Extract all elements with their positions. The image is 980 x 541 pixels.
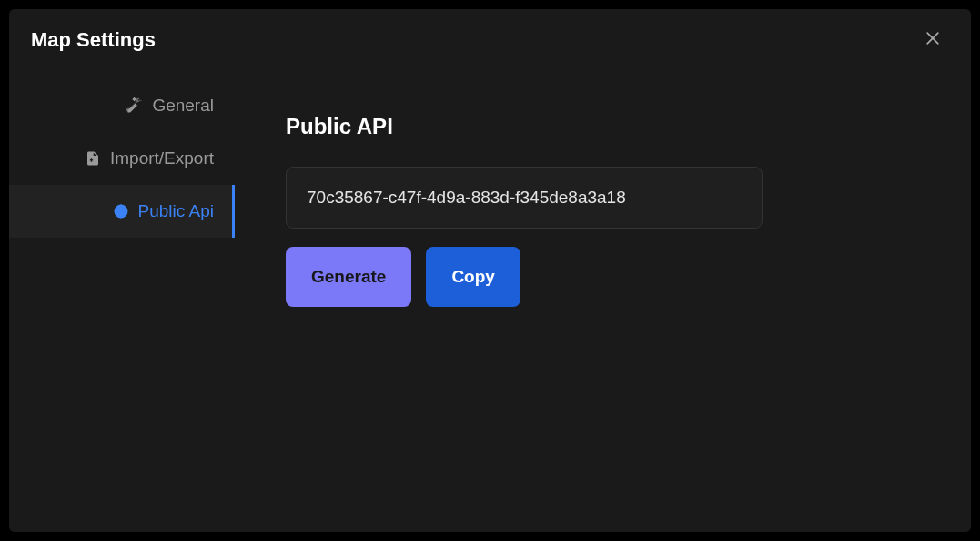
generate-button[interactable]: Generate: [286, 247, 411, 307]
sidebar-item-general[interactable]: General: [9, 79, 235, 132]
modal-title: Map Settings: [31, 28, 156, 52]
wrench-icon: [126, 97, 143, 114]
sidebar-item-label: Public Api: [138, 201, 214, 221]
api-key-field[interactable]: 70c35867-c47f-4d9a-883d-f345de8a3a18: [286, 167, 763, 229]
copy-button[interactable]: Copy: [426, 247, 520, 307]
sidebar-item-label: General: [152, 96, 214, 116]
close-button[interactable]: [920, 26, 945, 54]
section-title: Public API: [286, 114, 920, 139]
modal-body: General Import/Export Pu: [9, 70, 971, 532]
close-icon: [924, 29, 942, 50]
sidebar: General Import/Export Pu: [9, 70, 235, 532]
sidebar-item-public-api[interactable]: Public Api: [9, 185, 235, 238]
content-panel: Public API 70c35867-c47f-4d9a-883d-f345d…: [235, 70, 971, 532]
file-icon: [85, 150, 101, 167]
map-settings-modal: Map Settings General: [9, 9, 971, 532]
sidebar-item-label: Import/Export: [110, 148, 214, 168]
button-row: Generate Copy: [286, 247, 920, 307]
sidebar-item-import-export[interactable]: Import/Export: [9, 132, 235, 185]
globe-icon: [113, 203, 129, 219]
modal-header: Map Settings: [9, 9, 971, 70]
